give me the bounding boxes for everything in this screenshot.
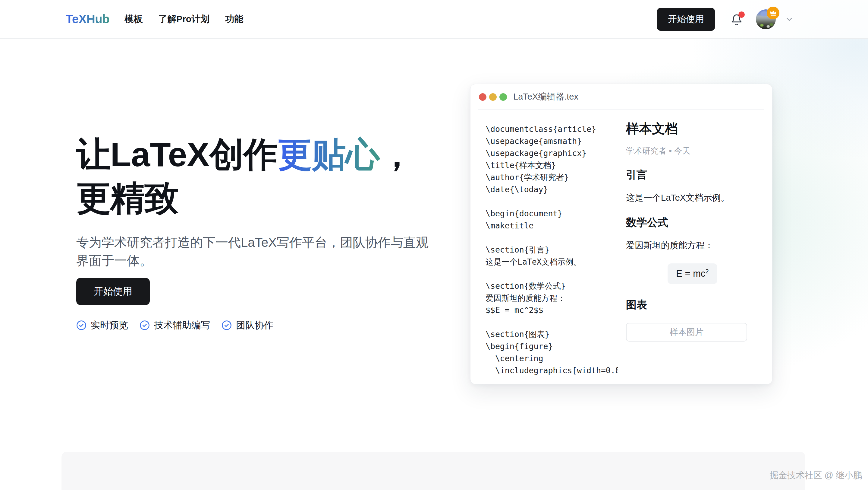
feature-item: 实时预览: [76, 319, 128, 332]
preview-byline: 学术研究者 • 今天: [626, 145, 759, 156]
code-line: 这是一个LaTeX文档示例。: [486, 256, 618, 268]
preview-heading-figure: 图表: [626, 298, 759, 312]
preview-intro-text: 这是一个LaTeX文档示例。: [626, 192, 759, 204]
nav-item[interactable]: 了解Pro计划: [158, 13, 210, 25]
formula-row: E = mc2: [626, 263, 759, 284]
preview-math-text: 爱因斯坦的质能方程：: [626, 239, 759, 252]
code-line: \section{引言}: [486, 244, 618, 256]
code-line: 爱因斯坦的质能方程：: [486, 292, 618, 304]
window-minimize-dot: [489, 93, 497, 101]
code-line: \maketitle: [486, 220, 618, 232]
hero-title-part1: 让LaTeX创作: [76, 135, 278, 173]
notifications-button[interactable]: [731, 12, 743, 26]
feature-label: 技术辅助编写: [154, 319, 210, 332]
hero-get-started-button[interactable]: 开始使用: [76, 278, 150, 305]
code-line: \usepackage{graphicx}: [486, 147, 618, 159]
feature-label: 团队协作: [236, 319, 273, 332]
window-titlebar: LaTeX编辑器.tex: [470, 84, 772, 110]
formula-box: E = mc2: [668, 263, 717, 284]
hero-section: 让LaTeX创作更贴心，更精致 专为学术研究者打造的下一代LaTeX写作平台，团…: [76, 133, 459, 332]
formula-superscript: 2: [706, 268, 709, 275]
window-close-dot: [479, 93, 487, 101]
code-line: \date{\today}: [486, 183, 618, 196]
formula-base: E = mc: [676, 268, 705, 279]
feature-item: 团队协作: [221, 319, 273, 332]
figure-placeholder-label: 样本图片: [670, 326, 704, 338]
navbar: TeXHub 模板了解Pro计划功能 开始使用: [0, 0, 868, 39]
next-section-panel: [61, 452, 805, 490]
code-line: \section{图表}: [486, 328, 618, 340]
figure-placeholder: 样本图片: [626, 323, 747, 342]
code-line: \begin{document}: [486, 208, 618, 220]
notification-badge: [738, 11, 745, 18]
feature-label: 实时预览: [91, 319, 128, 332]
page: TeXHub 模板了解Pro计划功能 开始使用 让LaTeX: [0, 0, 868, 490]
code-line: [486, 268, 618, 280]
chevron-down-icon[interactable]: [785, 15, 794, 24]
brand-logo[interactable]: TeXHub: [66, 12, 110, 26]
nav-item[interactable]: 模板: [124, 13, 143, 25]
code-line: \centering: [486, 352, 618, 365]
feature-item: 技术辅助编写: [140, 319, 210, 332]
code-line: \section{数学公式}: [486, 280, 618, 292]
window-title: LaTeX编辑器.tex: [513, 91, 578, 103]
hero-subtitle: 专为学术研究者打造的下一代LaTeX写作平台，团队协作与直观界面于一体。: [76, 234, 432, 270]
code-editor-pane[interactable]: \documentclass{article}\usepackage{amsma…: [470, 110, 618, 384]
hero-title-comma: ，: [380, 135, 414, 173]
watermark: 掘金技术社区 @ 继小鹏: [770, 469, 862, 482]
window-zoom-dot: [499, 93, 507, 101]
check-circle-icon: [221, 320, 232, 330]
latex-editor-window: LaTeX编辑器.tex \documentclass{article}\use…: [470, 84, 772, 384]
hero-title-highlight: 更贴心: [278, 135, 380, 173]
main-nav: 模板了解Pro计划功能: [124, 13, 243, 25]
preview-pane: 样本文档 学术研究者 • 今天 引言 这是一个LaTeX文档示例。 数学公式 爱…: [618, 110, 772, 384]
code-line: \title{样本文档}: [486, 159, 618, 171]
user-menu[interactable]: [756, 9, 776, 29]
preview-heading-intro: 引言: [626, 168, 759, 182]
code-line: \author{学术研究者}: [486, 171, 618, 183]
nav-item[interactable]: 功能: [225, 13, 243, 25]
preview-doc-title: 样本文档: [626, 120, 759, 138]
crown-icon: [769, 9, 777, 17]
code-line: [486, 196, 618, 208]
check-circle-icon: [140, 320, 150, 330]
code-line: $$E = mc^2$$: [486, 304, 618, 316]
editor-panes: \documentclass{article}\usepackage{amsma…: [470, 110, 772, 384]
code-line: \begin{figure}: [486, 340, 618, 352]
feature-list: 实时预览 技术辅助编写 团队协作: [76, 319, 459, 332]
code-line: [486, 316, 618, 328]
code-line: [486, 232, 618, 244]
pro-crown-badge: [767, 7, 779, 19]
code-line: \usepackage{amsmath}: [486, 135, 618, 147]
nav-get-started-button[interactable]: 开始使用: [657, 8, 715, 31]
check-circle-icon: [76, 320, 87, 330]
preview-heading-math: 数学公式: [626, 215, 759, 230]
hero-title: 让LaTeX创作更贴心，更精致: [76, 133, 459, 220]
code-line: \includegraphics[width=0.8: [486, 365, 618, 377]
hero-title-line2: 更精致: [76, 179, 179, 217]
code-line: \documentclass{article}: [486, 123, 618, 135]
